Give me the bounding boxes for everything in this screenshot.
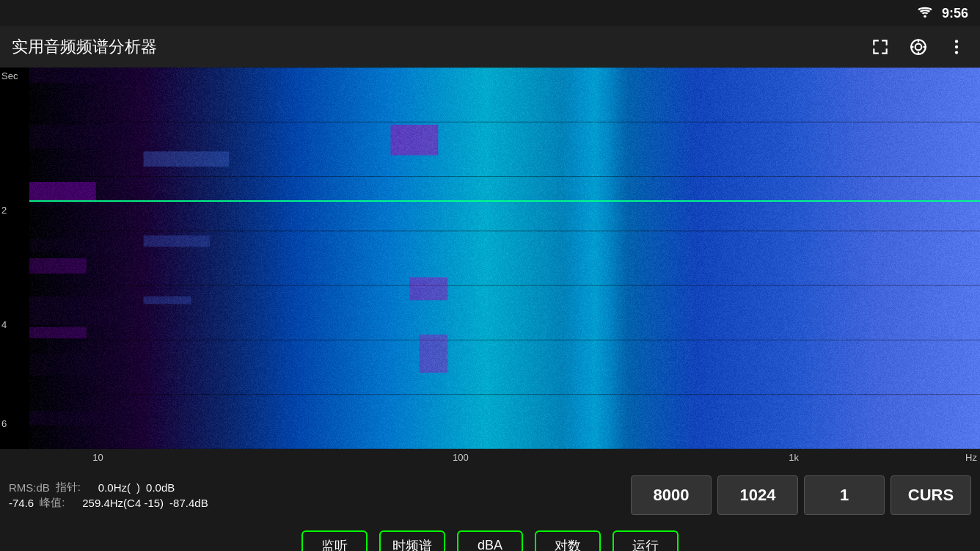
app-bar: 实用音频频谱分析器 bbox=[0, 26, 980, 67]
peak-db-value: -87.4dB bbox=[169, 497, 208, 509]
needle-label: 指针: bbox=[56, 481, 92, 495]
dba-button[interactable]: dBA bbox=[457, 530, 523, 552]
y-label-2: 2 bbox=[1, 205, 7, 216]
sample-rate-button[interactable]: 8000 bbox=[631, 475, 712, 515]
fullscreen-button[interactable] bbox=[869, 35, 892, 59]
peak-freq-value: 259.4Hz(C4 -15) bbox=[82, 497, 164, 509]
app-title: 实用音频频谱分析器 bbox=[12, 36, 157, 58]
rms-value: -74.6 bbox=[9, 497, 34, 509]
run-button[interactable]: 运行 bbox=[612, 530, 679, 552]
spectrogram-container[interactable]: Sec 2 4 6 bbox=[0, 67, 980, 449]
bottom-info-bar: RMS:dB 指针: 0.0Hz( ) 0.0dB -74.6 峰值: 259.… bbox=[0, 465, 980, 525]
needle-note-value: ) bbox=[136, 481, 140, 494]
needle-freq-value: 0.0Hz( bbox=[98, 481, 131, 494]
log-button[interactable]: 对数 bbox=[535, 530, 601, 552]
x-hz-unit: Hz bbox=[965, 452, 977, 463]
peak-label: 峰值: bbox=[40, 496, 76, 510]
svg-point-9 bbox=[955, 51, 958, 54]
status-bar: 9:56 bbox=[0, 0, 980, 26]
y-axis-title: Sec bbox=[0, 70, 29, 81]
y-axis: Sec 2 4 6 bbox=[0, 67, 29, 449]
x-label-1k: 1k bbox=[789, 452, 799, 463]
y-label-6: 6 bbox=[1, 418, 7, 429]
svg-point-2 bbox=[915, 44, 922, 51]
listen-button[interactable]: 监听 bbox=[301, 530, 368, 552]
spectrogram-button[interactable]: 时频谱 bbox=[379, 530, 445, 552]
svg-point-7 bbox=[955, 40, 958, 43]
x-axis: 10 100 1k Hz bbox=[0, 449, 980, 465]
more-menu-button[interactable] bbox=[945, 35, 968, 59]
wifi-icon bbox=[917, 6, 933, 21]
needle-db-value: 0.0dB bbox=[146, 481, 175, 494]
y-label-4: 4 bbox=[1, 319, 7, 330]
avg-button[interactable]: 1 bbox=[804, 475, 885, 515]
svg-point-8 bbox=[955, 45, 958, 48]
bottom-toolbar: 监听 时频谱 dBA 对数 运行 bbox=[0, 525, 980, 551]
rms-label: RMS:dB bbox=[9, 481, 50, 494]
status-time: 9:56 bbox=[942, 6, 968, 21]
target-button[interactable] bbox=[907, 35, 930, 59]
fft-size-button[interactable]: 1024 bbox=[717, 475, 798, 515]
x-label-100: 100 bbox=[453, 452, 469, 463]
spectrogram-visual[interactable] bbox=[29, 67, 980, 449]
svg-point-0 bbox=[924, 15, 926, 18]
x-label-10: 10 bbox=[92, 452, 103, 463]
cursor-button[interactable]: CURS bbox=[891, 475, 971, 515]
